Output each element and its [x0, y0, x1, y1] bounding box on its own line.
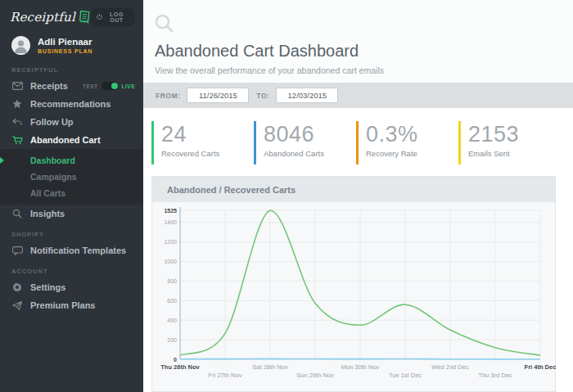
submenu-abandoned-cart: DashboardCampaignsAll Carts: [0, 149, 143, 205]
y-tick-label: 400: [167, 318, 177, 323]
chart-area: 02004006008001000120014001525Thu 26th No…: [151, 202, 556, 392]
stat-emails-sent: 2153Emails Sent: [458, 121, 561, 164]
stat-abandoned-carts: 8046Abandoned Carts: [254, 121, 356, 164]
user-profile[interactable]: Adli Pienaar BUSINESS PLAN: [0, 26, 143, 55]
x-tick-label: Wed 2nd Dec: [431, 363, 469, 371]
date-range-bar: FROM: TO:: [143, 83, 573, 108]
user-name: Adli Pienaar: [38, 37, 92, 47]
stat-label: Recovery Rate: [366, 149, 458, 158]
avatar: [11, 36, 30, 55]
sidebar-item-label: Settings: [30, 282, 65, 292]
x-tick-label: Tue 1st Dec: [389, 372, 422, 379]
logo[interactable]: Receiptful: [10, 10, 90, 25]
sidebar-header: Receiptful LOG OUT: [0, 0, 143, 26]
sidebar-subitem-all-carts[interactable]: All Carts: [0, 185, 143, 201]
stat-value: 8046: [264, 123, 356, 147]
sidebar-item-label: Insights: [30, 209, 65, 219]
sidebar-subitem-campaigns[interactable]: Campaigns: [0, 169, 143, 185]
stat-recovery-rate: 0.3%Recovery Rate: [356, 121, 458, 164]
search-icon[interactable]: [154, 13, 174, 37]
receipt-icon: [79, 11, 90, 25]
y-tick-label: 800: [167, 278, 177, 284]
toggle-live-label: LIVE: [122, 83, 135, 89]
gear-icon: [11, 282, 23, 292]
y-tick-label: 1200: [164, 239, 177, 245]
nav-section-label-receiptful: RECEIPTFUL: [0, 58, 143, 77]
y-tick-label: 1400: [164, 219, 177, 225]
sidebar: Receiptful LOG OUT Adli Pienaar BUSINESS…: [0, 0, 143, 392]
from-label: FROM:: [156, 92, 180, 100]
stat-label: Abandoned Carts: [264, 149, 356, 158]
x-tick-label: Thu 3rd Dec: [478, 372, 512, 379]
sidebar-item-premium-plans[interactable]: Premium Plans: [0, 296, 143, 314]
x-tick-label: Sat 28th Nov: [252, 363, 288, 371]
x-tick-label: Sun 29th Nov: [296, 372, 334, 379]
sidebar-item-receipts[interactable]: ReceiptsTESTLIVE: [0, 77, 143, 95]
to-label: TO:: [256, 92, 269, 100]
sidebar-subitem-label: All Carts: [30, 188, 65, 198]
from-date-input[interactable]: [187, 88, 249, 103]
y-tick-label: 0: [174, 357, 177, 363]
sidebar-subitem-label: Dashboard: [30, 155, 75, 165]
page-header: Abandoned Cart Dashboard View the overal…: [143, 0, 573, 83]
sidebar-item-label: Premium Plans: [30, 300, 95, 310]
sidebar-item-recommendations[interactable]: Recommendations: [0, 95, 143, 113]
sidebar-item-label: Recommendations: [30, 99, 111, 109]
x-tick-label: Thu 26th Nov: [160, 363, 200, 371]
reply-icon: [11, 118, 23, 126]
logo-text: Receiptful: [10, 10, 75, 25]
sidebar-item-insights[interactable]: Insights: [0, 205, 143, 223]
app-root: Receiptful LOG OUT Adli Pienaar BUSINESS…: [0, 0, 573, 392]
sidebar-item-follow-up[interactable]: Follow Up: [0, 113, 143, 131]
stat-value: 2153: [468, 123, 561, 147]
series-line-recovered-carts: [180, 358, 540, 359]
logout-button[interactable]: LOG OUT: [90, 8, 135, 26]
stat-label: Emails Sent: [468, 149, 561, 158]
star-icon: [11, 99, 23, 109]
x-tick-label: Fri 27th Nov: [209, 372, 242, 379]
x-tick-label: Mon 30th Nov: [341, 363, 380, 371]
sidebar-item-notification-templates[interactable]: Notification Templates: [0, 241, 143, 259]
sidebar-nav: RECEIPTFULReceiptsTESTLIVERecommendation…: [0, 58, 143, 314]
search-icon: [11, 209, 23, 219]
chart-panel: Abandoned / Recovered Carts 020040060080…: [151, 176, 556, 392]
stats-row: 24Recovered Carts8046Abandoned Carts0.3%…: [151, 121, 573, 164]
toggle-switch[interactable]: [102, 82, 119, 90]
envelope-icon: [11, 82, 23, 90]
user-info: Adli Pienaar BUSINESS PLAN: [38, 37, 92, 54]
sidebar-item-abandoned-cart[interactable]: Abandoned Cart: [0, 131, 143, 149]
nav-section-label-account: ACCOUNT: [0, 259, 143, 278]
sidebar-subitem-label: Campaigns: [30, 172, 77, 182]
sidebar-item-label: Notification Templates: [30, 246, 126, 255]
page-subtitle: View the overall performance of your aba…: [155, 65, 573, 75]
to-date-input[interactable]: [276, 88, 338, 103]
page-title: Abandoned Cart Dashboard: [155, 42, 573, 61]
stat-label: Recovered Carts: [161, 149, 254, 158]
plane-icon: [11, 301, 23, 310]
y-tick-label: 200: [167, 337, 177, 343]
sidebar-item-label: Follow Up: [30, 117, 74, 127]
y-tick-label: 600: [167, 298, 177, 304]
cart-icon: [11, 136, 23, 145]
y-tick-label: 1000: [164, 259, 177, 264]
x-tick-label: Fri 4th Dec: [525, 363, 557, 371]
chart-svg: 02004006008001000120014001525Thu 26th No…: [152, 202, 555, 390]
y-tick-label: 1525: [164, 208, 177, 214]
logout-label: LOG OUT: [105, 11, 129, 23]
toggle-test-label: TEST: [83, 83, 98, 89]
toggle-knob: [111, 83, 118, 89]
sidebar-item-label: Receipts: [30, 81, 68, 91]
stat-value: 0.3%: [366, 123, 458, 147]
sidebar-item-settings[interactable]: Settings: [0, 278, 143, 296]
power-icon: [97, 14, 102, 20]
active-indicator-icon: [0, 157, 4, 164]
nav-section-label-shopify: SHOPIFY: [0, 223, 143, 241]
stat-value: 24: [161, 123, 254, 147]
stat-recovered-carts: 24Recovered Carts: [151, 121, 254, 164]
user-plan-badge: BUSINESS PLAN: [38, 48, 92, 54]
test-live-toggle[interactable]: TESTLIVE: [83, 82, 135, 90]
sidebar-item-label: Abandoned Cart: [30, 135, 101, 145]
main-content: Abandoned Cart Dashboard View the overal…: [143, 0, 573, 392]
sidebar-subitem-dashboard[interactable]: Dashboard: [0, 152, 143, 169]
chart-title: Abandoned / Recovered Carts: [151, 176, 556, 202]
